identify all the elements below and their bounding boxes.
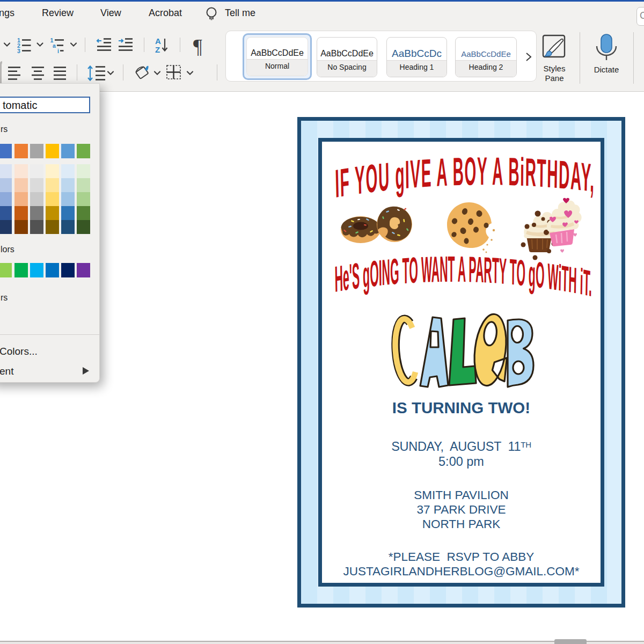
svg-text:3: 3 (17, 48, 20, 54)
svg-text:He'S gOING TO WANT A PARTY TO: He'S gOING TO WANT A PARTY TO gO WiTH iT… (334, 248, 592, 304)
svg-text:a: a (53, 42, 56, 49)
svg-text:i: i (57, 48, 59, 54)
svg-text:¶: ¶ (193, 35, 202, 57)
svg-text:Z: Z (155, 45, 160, 54)
svg-text:A: A (155, 36, 161, 46)
svg-text:IF YOU gIVE A BOY A BiRTHDAY,: IF YOU gIVE A BOY A BiRTHDAY, (334, 149, 595, 206)
